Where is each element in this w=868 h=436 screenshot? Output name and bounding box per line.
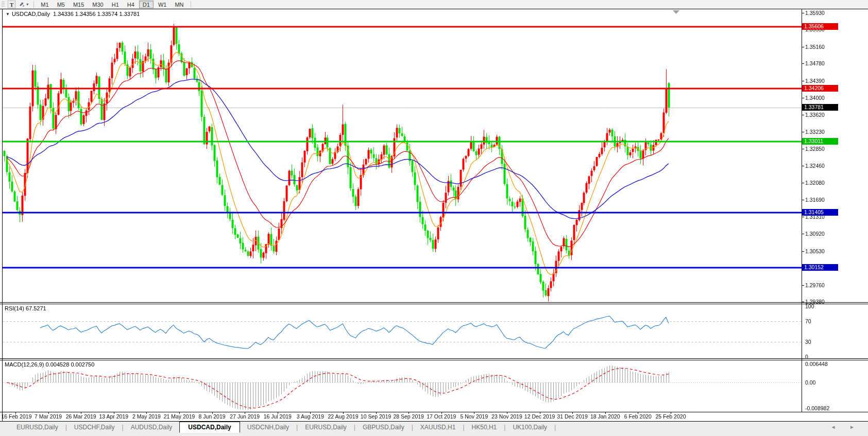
date-axis-label: 6 Feb 2020 xyxy=(624,413,652,420)
price-axis-tick: 1.34390 xyxy=(805,78,825,84)
price-level-label: 1.34206 xyxy=(802,85,838,92)
tab-separator: | xyxy=(554,424,556,431)
ohlc-high: 1.34356 xyxy=(75,11,96,17)
date-axis-border xyxy=(0,412,868,412)
chart-left-border xyxy=(2,9,3,421)
ohlc-low: 1.33574 xyxy=(97,11,118,17)
tab-scroll-left-icon[interactable]: ◄ xyxy=(830,424,842,430)
tab-usdchf-daily[interactable]: USDCHF,Daily xyxy=(67,422,122,432)
rsi-splitter[interactable] xyxy=(0,302,868,303)
date-axis-label: 25 Feb 2020 xyxy=(656,413,686,420)
date-axis-label: 18 Jan 2020 xyxy=(590,413,620,420)
price-level-label: 1.31405 xyxy=(802,209,838,216)
tab-gbpusd-daily[interactable]: GBPUSD,Daily xyxy=(355,422,412,432)
macd-label: MACD(12,26,9) 0.004528 0.002750 xyxy=(5,361,94,368)
macd-axis-tick: 0.00 xyxy=(805,379,815,386)
price-level-label: 1.30152 xyxy=(802,264,838,271)
macd-splitter[interactable] xyxy=(0,360,868,360)
tab-xauusd-h1[interactable]: XAUUSD,H1 xyxy=(413,422,463,432)
price-axis-tick: 1.29760 xyxy=(805,282,825,288)
rsi-axis-tick: 30 xyxy=(805,339,811,345)
tab-audusd-daily[interactable]: AUDUSD,Daily xyxy=(124,422,180,432)
tab-navigation: ◄ ► xyxy=(830,424,861,430)
chart-header: ▼USDCAD,Daily 1.34336 1.34356 1.33574 1.… xyxy=(6,11,140,17)
price-chart-canvas[interactable] xyxy=(0,0,868,436)
price-axis-tick: 1.32080 xyxy=(805,180,825,186)
price-axis-tick: 1.34780 xyxy=(805,60,825,66)
price-axis-tick: 1.33230 xyxy=(805,129,825,135)
date-axis-label: 16 Feb 2019 xyxy=(2,413,32,420)
price-axis-tick: 1.30530 xyxy=(805,248,825,254)
ohlc-open: 1.34336 xyxy=(53,11,74,17)
mt4-window: T ▾ M1M5M15M30H1H4D1W1MN ▼USDCAD,Daily 1… xyxy=(0,0,868,436)
macd-axis-tick: -0.008982 xyxy=(805,405,829,411)
symbol-tab-bar: EURUSD,Daily|USDCHF,Daily|AUDUSD,DailyUS… xyxy=(0,422,868,436)
symbol-tabs: EURUSD,Daily|USDCHF,Daily|AUDUSD,DailyUS… xyxy=(9,422,556,433)
price-axis-tick: 1.32460 xyxy=(805,163,825,169)
date-axis-label: 17 Oct 2019 xyxy=(427,413,456,420)
ohlc-close: 1.33781 xyxy=(120,11,140,17)
tab-eurusd-daily[interactable]: EURUSD,Daily xyxy=(9,422,65,432)
rsi-axis-tick: 100 xyxy=(805,303,814,309)
collapse-icon[interactable]: ▼ xyxy=(6,12,10,16)
date-axis-label: 16 Jul 2019 xyxy=(264,413,292,420)
price-axis-tick: 1.30920 xyxy=(805,231,825,237)
price-level-label: 1.33781 xyxy=(802,104,838,111)
price-level-label: 1.33011 xyxy=(802,138,838,145)
date-axis-label: 2 May 2019 xyxy=(132,413,161,420)
date-axis-label: 31 Dec 2019 xyxy=(557,413,588,420)
price-axis-tick: 1.31690 xyxy=(805,197,825,203)
tab-hk50-h1[interactable]: HK50,H1 xyxy=(465,422,504,432)
date-axis-label: 7 Mar 2019 xyxy=(35,413,62,420)
macd-splitter[interactable] xyxy=(0,358,868,359)
date-axis-label: 13 Apr 2019 xyxy=(99,413,128,420)
date-axis-label: 12 Dec 2019 xyxy=(524,413,555,420)
date-axis-label: 27 Jun 2019 xyxy=(230,413,260,420)
tab-eurusd-daily[interactable]: EURUSD,Daily xyxy=(298,422,354,432)
tab-scroll-right-icon[interactable]: ► xyxy=(849,424,861,430)
price-level-label: 1.35606 xyxy=(802,23,838,30)
date-axis-label: 22 Aug 2019 xyxy=(328,413,359,420)
date-axis-label: 8 Jun 2019 xyxy=(199,413,226,420)
date-axis-label: 21 May 2019 xyxy=(164,413,195,420)
price-axis-tick: 1.32850 xyxy=(805,146,825,152)
rsi-splitter[interactable] xyxy=(0,304,868,304)
date-axis-label: 23 Nov 2019 xyxy=(491,413,522,420)
date-axis-label: 26 Mar 2019 xyxy=(66,413,96,420)
date-axis-label: 5 Nov 2019 xyxy=(461,413,488,420)
tab-usdcad-daily[interactable]: USDCAD,Daily xyxy=(179,422,240,433)
date-axis-label: 10 Sep 2019 xyxy=(361,413,392,420)
rsi-label: RSI(14) 67.5271 xyxy=(5,305,46,311)
symbol-label: USDCAD,Daily xyxy=(12,11,50,17)
rsi-axis-tick: 0 xyxy=(805,354,808,360)
macd-axis-tick: 0.006448 xyxy=(805,361,828,367)
price-axis-tick: 1.34000 xyxy=(805,95,825,101)
rsi-axis-tick: 70 xyxy=(805,318,811,324)
price-axis-tick: 1.35160 xyxy=(805,44,825,50)
price-axis-tick: 1.33620 xyxy=(805,112,825,118)
tab-usdcnh-daily[interactable]: USDCNH,Daily xyxy=(240,422,296,432)
tab-uk100-daily[interactable]: UK100,Daily xyxy=(505,422,554,432)
chart-top-border xyxy=(0,9,868,9)
price-axis-tick: 1.35930 xyxy=(805,10,825,16)
date-axis-label: 3 Aug 2019 xyxy=(297,413,324,420)
date-axis-label: 28 Sep 2019 xyxy=(393,413,424,420)
